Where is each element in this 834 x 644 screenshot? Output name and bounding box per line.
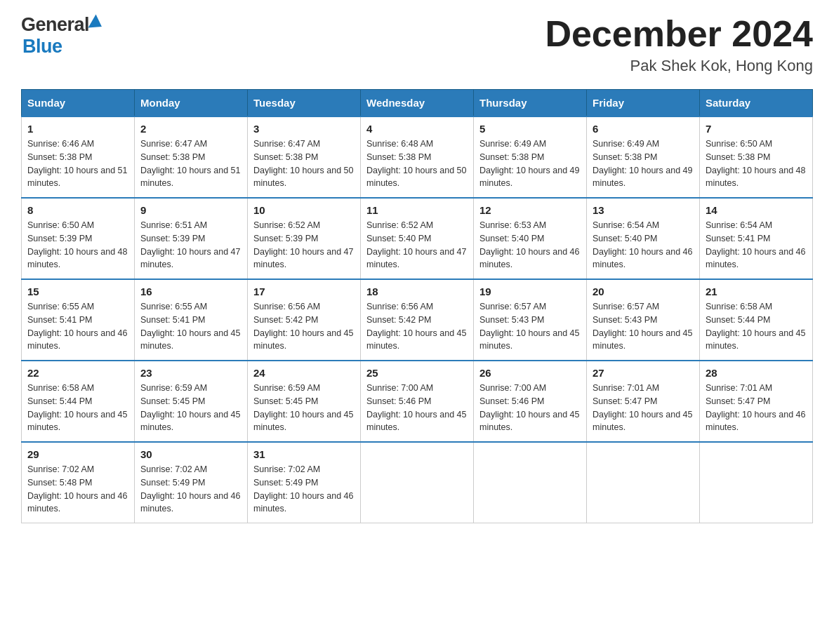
day-number: 13	[593, 204, 694, 216]
day-info: Sunrise: 6:57 AMSunset: 5:43 PMDaylight:…	[479, 302, 579, 351]
day-info: Sunrise: 6:46 AMSunset: 5:38 PMDaylight:…	[27, 139, 127, 188]
day-info: Sunrise: 6:54 AMSunset: 5:40 PMDaylight:…	[593, 220, 692, 269]
day-info: Sunrise: 6:54 AMSunset: 5:41 PMDaylight:…	[706, 220, 805, 269]
calendar-day-cell	[700, 442, 813, 523]
calendar-table: Sunday Monday Tuesday Wednesday Thursday…	[21, 89, 813, 523]
day-info: Sunrise: 6:53 AMSunset: 5:40 PMDaylight:…	[479, 220, 579, 269]
calendar-day-cell: 11 Sunrise: 6:52 AMSunset: 5:40 PMDaylig…	[361, 198, 474, 279]
calendar-day-cell: 9 Sunrise: 6:51 AMSunset: 5:39 PMDayligh…	[135, 198, 248, 279]
day-number: 18	[366, 286, 468, 297]
calendar-day-cell: 20 Sunrise: 6:57 AMSunset: 5:43 PMDaylig…	[587, 279, 700, 361]
day-info: Sunrise: 6:56 AMSunset: 5:42 PMDaylight:…	[253, 302, 353, 351]
calendar-day-cell: 8 Sunrise: 6:50 AMSunset: 5:39 PMDayligh…	[22, 198, 135, 279]
calendar-day-cell: 19 Sunrise: 6:57 AMSunset: 5:43 PMDaylig…	[474, 279, 587, 361]
calendar-day-cell: 17 Sunrise: 6:56 AMSunset: 5:42 PMDaylig…	[248, 279, 361, 361]
day-info: Sunrise: 7:02 AMSunset: 5:48 PMDaylight:…	[27, 464, 127, 514]
day-number: 29	[27, 448, 128, 460]
col-sunday: Sunday	[22, 90, 135, 117]
day-info: Sunrise: 7:00 AMSunset: 5:46 PMDaylight:…	[479, 383, 579, 432]
day-number: 8	[27, 204, 128, 216]
day-number: 26	[479, 367, 581, 379]
day-number: 4	[366, 123, 468, 135]
day-number: 19	[479, 286, 581, 297]
day-number: 1	[27, 123, 128, 135]
calendar-week-row: 1 Sunrise: 6:46 AMSunset: 5:38 PMDayligh…	[22, 116, 813, 198]
day-info: Sunrise: 6:57 AMSunset: 5:43 PMDaylight:…	[593, 302, 692, 351]
col-friday: Friday	[587, 90, 700, 117]
calendar-day-cell: 24 Sunrise: 6:59 AMSunset: 5:45 PMDaylig…	[248, 361, 361, 442]
calendar-header-row: Sunday Monday Tuesday Wednesday Thursday…	[22, 90, 813, 117]
calendar-day-cell: 3 Sunrise: 6:47 AMSunset: 5:38 PMDayligh…	[248, 116, 361, 198]
calendar-day-cell: 26 Sunrise: 7:00 AMSunset: 5:46 PMDaylig…	[474, 361, 587, 442]
col-saturday: Saturday	[700, 90, 813, 117]
title-section: December 2024 Pak Shek Kok, Hong Kong	[545, 14, 813, 75]
calendar-day-cell	[474, 442, 587, 523]
day-info: Sunrise: 6:51 AMSunset: 5:39 PMDaylight:…	[140, 220, 240, 269]
calendar-day-cell: 30 Sunrise: 7:02 AMSunset: 5:49 PMDaylig…	[135, 442, 248, 523]
day-number: 2	[140, 123, 241, 135]
day-info: Sunrise: 6:55 AMSunset: 5:41 PMDaylight:…	[27, 302, 127, 351]
day-info: Sunrise: 7:02 AMSunset: 5:49 PMDaylight:…	[140, 464, 240, 514]
day-number: 30	[140, 448, 241, 460]
day-number: 24	[253, 367, 355, 379]
day-number: 27	[593, 367, 694, 379]
logo: General Blue	[21, 14, 102, 58]
month-title: December 2024	[545, 14, 813, 54]
day-info: Sunrise: 6:52 AMSunset: 5:40 PMDaylight:…	[366, 220, 466, 269]
day-number: 5	[479, 123, 581, 135]
day-info: Sunrise: 6:49 AMSunset: 5:38 PMDaylight:…	[593, 139, 692, 188]
calendar-day-cell: 13 Sunrise: 6:54 AMSunset: 5:40 PMDaylig…	[587, 198, 700, 279]
logo-blue-text: Blue	[21, 36, 62, 57]
day-number: 31	[253, 448, 355, 460]
day-info: Sunrise: 6:50 AMSunset: 5:38 PMDaylight:…	[706, 139, 805, 188]
page-header: General Blue December 2024 Pak Shek Kok,…	[21, 14, 813, 75]
day-number: 21	[706, 286, 807, 297]
calendar-day-cell: 15 Sunrise: 6:55 AMSunset: 5:41 PMDaylig…	[22, 279, 135, 361]
day-info: Sunrise: 6:52 AMSunset: 5:39 PMDaylight:…	[253, 220, 353, 269]
calendar-week-row: 8 Sunrise: 6:50 AMSunset: 5:39 PMDayligh…	[22, 198, 813, 279]
day-info: Sunrise: 6:47 AMSunset: 5:38 PMDaylight:…	[140, 139, 240, 188]
day-number: 14	[706, 204, 807, 216]
calendar-day-cell: 5 Sunrise: 6:49 AMSunset: 5:38 PMDayligh…	[474, 116, 587, 198]
day-number: 7	[706, 123, 807, 135]
day-number: 17	[253, 286, 355, 297]
day-number: 16	[140, 286, 241, 297]
day-number: 28	[706, 367, 807, 379]
day-info: Sunrise: 6:59 AMSunset: 5:45 PMDaylight:…	[140, 383, 240, 432]
day-info: Sunrise: 7:00 AMSunset: 5:46 PMDaylight:…	[366, 383, 466, 432]
day-number: 9	[140, 204, 241, 216]
day-number: 22	[27, 367, 128, 379]
day-number: 25	[366, 367, 468, 379]
day-info: Sunrise: 6:58 AMSunset: 5:44 PMDaylight:…	[706, 302, 805, 351]
calendar-week-row: 22 Sunrise: 6:58 AMSunset: 5:44 PMDaylig…	[22, 361, 813, 442]
calendar-day-cell	[361, 442, 474, 523]
calendar-day-cell: 10 Sunrise: 6:52 AMSunset: 5:39 PMDaylig…	[248, 198, 361, 279]
calendar-day-cell: 23 Sunrise: 6:59 AMSunset: 5:45 PMDaylig…	[135, 361, 248, 442]
day-info: Sunrise: 6:50 AMSunset: 5:39 PMDaylight:…	[27, 220, 127, 269]
day-info: Sunrise: 7:02 AMSunset: 5:49 PMDaylight:…	[253, 464, 353, 514]
day-number: 3	[253, 123, 355, 135]
calendar-week-row: 15 Sunrise: 6:55 AMSunset: 5:41 PMDaylig…	[22, 279, 813, 361]
day-number: 23	[140, 367, 241, 379]
col-thursday: Thursday	[474, 90, 587, 117]
calendar-day-cell: 6 Sunrise: 6:49 AMSunset: 5:38 PMDayligh…	[587, 116, 700, 198]
calendar-day-cell: 29 Sunrise: 7:02 AMSunset: 5:48 PMDaylig…	[22, 442, 135, 523]
col-monday: Monday	[135, 90, 248, 117]
day-number: 10	[253, 204, 355, 216]
day-info: Sunrise: 6:55 AMSunset: 5:41 PMDaylight:…	[140, 302, 240, 351]
day-number: 20	[593, 286, 694, 297]
calendar-day-cell: 25 Sunrise: 7:00 AMSunset: 5:46 PMDaylig…	[361, 361, 474, 442]
calendar-day-cell: 7 Sunrise: 6:50 AMSunset: 5:38 PMDayligh…	[700, 116, 813, 198]
location-subtitle: Pak Shek Kok, Hong Kong	[545, 57, 813, 75]
day-info: Sunrise: 6:56 AMSunset: 5:42 PMDaylight:…	[366, 302, 466, 351]
calendar-day-cell	[587, 442, 700, 523]
calendar-week-row: 29 Sunrise: 7:02 AMSunset: 5:48 PMDaylig…	[22, 442, 813, 523]
day-info: Sunrise: 6:47 AMSunset: 5:38 PMDaylight:…	[253, 139, 353, 188]
col-tuesday: Tuesday	[248, 90, 361, 117]
calendar-day-cell: 16 Sunrise: 6:55 AMSunset: 5:41 PMDaylig…	[135, 279, 248, 361]
calendar-day-cell: 28 Sunrise: 7:01 AMSunset: 5:47 PMDaylig…	[700, 361, 813, 442]
calendar-day-cell: 14 Sunrise: 6:54 AMSunset: 5:41 PMDaylig…	[700, 198, 813, 279]
day-info: Sunrise: 7:01 AMSunset: 5:47 PMDaylight:…	[593, 383, 692, 432]
day-number: 15	[27, 286, 128, 297]
day-info: Sunrise: 7:01 AMSunset: 5:47 PMDaylight:…	[706, 383, 805, 432]
